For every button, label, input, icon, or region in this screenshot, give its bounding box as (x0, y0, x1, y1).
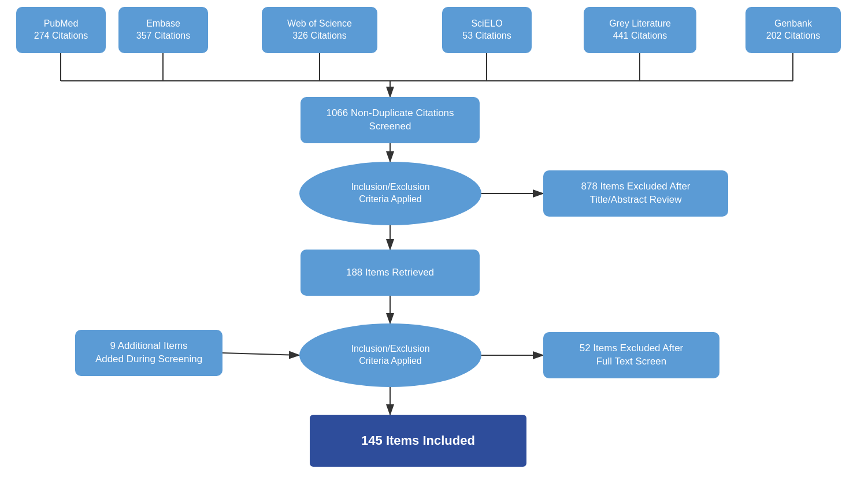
retrieved-label: 188 Items Retrieved (346, 266, 434, 280)
scielo-box: SciELO53 Citations (442, 7, 532, 53)
excluded1-box: 878 Items Excluded AfterTitle/Abstract R… (543, 170, 728, 217)
additional-box: 9 Additional ItemsAdded During Screening (75, 330, 222, 376)
flowchart: PubMed274 Citations Embase357 Citations … (0, 0, 868, 480)
excluded2-label: 52 Items Excluded AfterFull Text Screen (580, 342, 684, 369)
retrieved-box: 188 Items Retrieved (301, 250, 480, 296)
included-label: 145 Items Included (361, 433, 475, 449)
svg-line-12 (222, 353, 299, 355)
nondup-box: 1066 Non-Duplicate CitationsScreened (301, 97, 480, 143)
embase-box: Embase357 Citations (118, 7, 208, 53)
grey-box: Grey Literature441 Citations (584, 7, 696, 53)
genbank-box: Genbank202 Citations (745, 7, 841, 53)
criteria1-label: Inclusion/ExclusionCriteria Applied (351, 181, 429, 206)
excluded1-label: 878 Items Excluded AfterTitle/Abstract R… (581, 180, 691, 207)
wos-box: Web of Science326 Citations (262, 7, 377, 53)
genbank-label: Genbank202 Citations (766, 18, 820, 42)
embase-label: Embase357 Citations (136, 18, 190, 42)
criteria2-label: Inclusion/ExclusionCriteria Applied (351, 343, 429, 367)
nondup-label: 1066 Non-Duplicate CitationsScreened (326, 107, 454, 133)
excluded2-box: 52 Items Excluded AfterFull Text Screen (543, 332, 719, 378)
pubmed-label: PubMed274 Citations (34, 18, 88, 42)
criteria2-box: Inclusion/ExclusionCriteria Applied (299, 323, 481, 387)
grey-label: Grey Literature441 Citations (609, 18, 671, 42)
scielo-label: SciELO53 Citations (462, 18, 511, 42)
criteria1-box: Inclusion/ExclusionCriteria Applied (299, 162, 481, 225)
additional-label: 9 Additional ItemsAdded During Screening (95, 340, 202, 366)
pubmed-box: PubMed274 Citations (16, 7, 106, 53)
included-box: 145 Items Included (310, 415, 526, 467)
wos-label: Web of Science326 Citations (287, 18, 352, 42)
connectors (0, 0, 868, 480)
